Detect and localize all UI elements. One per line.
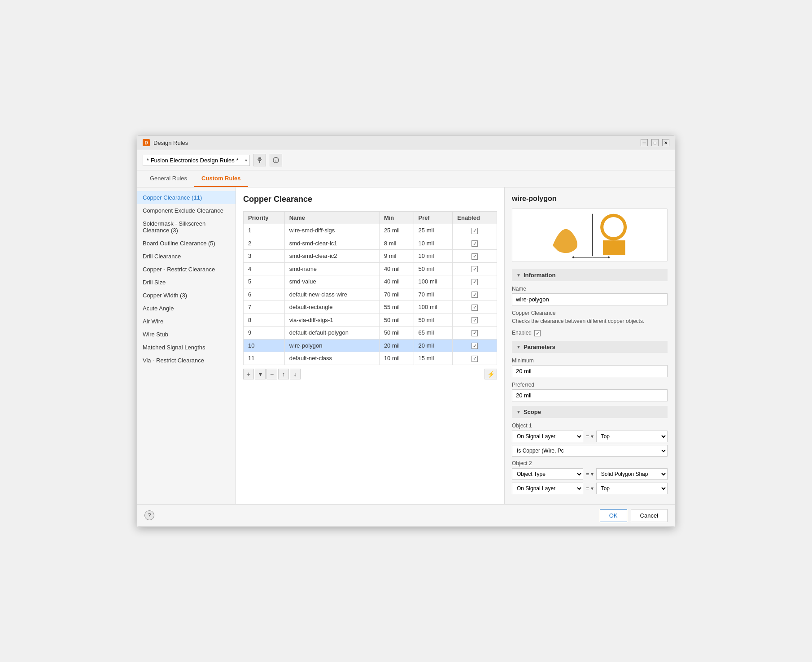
table-row[interactable]: 7default-rectangle55 mil100 mil <box>244 301 497 314</box>
cell-enabled <box>453 314 497 327</box>
cell-pref: 70 mil <box>414 288 453 301</box>
info-button[interactable]: i <box>270 154 282 166</box>
cell-name: smd-name <box>284 262 379 275</box>
ok-button[interactable]: OK <box>600 509 627 522</box>
tabs-bar: General Rules Custom Rules <box>137 170 675 187</box>
cell-name: smd-value <box>284 275 379 288</box>
maximize-button[interactable]: □ <box>651 139 659 146</box>
table-row[interactable]: 10wire-polygon20 mil20 mil <box>244 339 497 352</box>
object2-type-row: Object Type = ▾ Solid Polygon Shap <box>512 468 668 480</box>
name-input[interactable] <box>512 293 668 305</box>
table-toolbar: + ▾ − ↑ ↓ ⚡ <box>243 369 497 379</box>
table-row[interactable]: 3smd-smd-clear-ic29 mil10 mil <box>244 250 497 263</box>
table-row[interactable]: 11default-net-class10 mil15 mil <box>244 352 497 365</box>
sidebar-item-component-exclude[interactable]: Component Exclude Clearance <box>137 204 236 217</box>
minimize-button[interactable]: ─ <box>641 139 648 146</box>
svg-rect-7 <box>603 240 625 255</box>
info-section-header: ▼ Information <box>512 269 668 281</box>
enabled-row-checkbox[interactable] <box>471 305 478 311</box>
sidebar-item-copper-width[interactable]: Copper Width (3) <box>137 289 236 302</box>
sidebar-item-drill-size[interactable]: Drill Size <box>137 276 236 289</box>
tab-custom-rules[interactable]: Custom Rules <box>194 170 248 187</box>
name-field-group: Name <box>512 286 668 305</box>
sidebar-item-wire-stub[interactable]: Wire Stub <box>137 328 236 341</box>
object1-layer-dropdown[interactable]: On Signal Layer <box>512 431 583 442</box>
enabled-checkbox[interactable] <box>534 330 541 336</box>
cell-name: smd-smd-clear-ic1 <box>284 237 379 250</box>
object1-layerside-dropdown[interactable]: Top <box>596 431 668 442</box>
enabled-row-checkbox[interactable] <box>471 240 478 247</box>
enabled-row-checkbox[interactable] <box>471 266 478 272</box>
preferred-input[interactable] <box>512 389 668 401</box>
cell-pref: 50 mil <box>414 314 453 327</box>
cell-enabled <box>453 262 497 275</box>
enabled-row-checkbox[interactable] <box>471 343 478 349</box>
sidebar-item-acute-angle[interactable]: Acute Angle <box>137 302 236 315</box>
sidebar-item-board-outline[interactable]: Board Outline Clearance (5) <box>137 237 236 250</box>
cell-enabled <box>453 237 497 250</box>
object2-layerside-dropdown[interactable]: Top <box>596 483 668 494</box>
table-row[interactable]: 5smd-value40 mil100 mil <box>244 275 497 288</box>
svg-rect-2 <box>258 159 262 160</box>
enabled-row-checkbox[interactable] <box>471 356 478 362</box>
dialog-title: Design Rules <box>153 139 188 146</box>
object2-layer-dropdown[interactable]: On Signal Layer <box>512 483 583 494</box>
col-min: Min <box>379 212 414 224</box>
pin-button[interactable] <box>253 154 266 166</box>
lightning-button[interactable]: ⚡ <box>485 369 497 379</box>
table-row[interactable]: 6default-new-class-wire70 mil70 mil <box>244 288 497 301</box>
sidebar-item-matched-signal[interactable]: Matched Signal Lengths <box>137 341 236 354</box>
enabled-row-checkbox[interactable] <box>471 253 478 260</box>
rule-diagram <box>512 208 668 262</box>
cell-enabled <box>453 224 497 237</box>
close-button[interactable]: ✕ <box>662 139 669 146</box>
sidebar-item-drill-clearance[interactable]: Drill Clearance <box>137 250 236 263</box>
title-bar-controls: ─ □ ✕ <box>641 139 669 146</box>
enabled-row-checkbox[interactable] <box>471 228 478 234</box>
bottom-bar: ? OK Cancel <box>137 504 675 527</box>
enabled-row-checkbox[interactable] <box>471 279 478 285</box>
object2-label: Object 2 <box>512 460 668 466</box>
svg-rect-1 <box>259 161 260 163</box>
cell-pref: 10 mil <box>414 250 453 263</box>
table-row[interactable]: 8via-via-diff-sigs-150 mil50 mil <box>244 314 497 327</box>
object2-type-dropdown[interactable]: Object Type <box>512 468 583 480</box>
section-title: Copper Clearance <box>243 195 497 204</box>
table-row[interactable]: 2smd-smd-clear-ic18 mil10 mil <box>244 237 497 250</box>
add-rule-button[interactable]: + <box>243 369 254 379</box>
cell-priority: 7 <box>244 301 285 314</box>
cell-priority: 2 <box>244 237 285 250</box>
add-dropdown-button[interactable]: ▾ <box>255 369 266 379</box>
cell-priority: 10 <box>244 339 285 352</box>
rules-dropdown-wrapper: * Fusion Electronics Design Rules * ▾ <box>143 155 250 166</box>
description-text: Checks the clearance between different c… <box>512 318 668 325</box>
remove-rule-button[interactable]: − <box>266 369 277 379</box>
help-button[interactable]: ? <box>144 510 154 520</box>
sidebar-item-air-wire[interactable]: Air Wire <box>137 315 236 328</box>
enabled-row-checkbox[interactable] <box>471 292 478 298</box>
tab-general-rules[interactable]: General Rules <box>143 170 194 187</box>
info-icon: i <box>273 157 279 163</box>
sidebar-item-soldermask[interactable]: Soldermask - Silkscreen Clearance (3) <box>137 217 236 237</box>
object2-shape-dropdown[interactable]: Solid Polygon Shap <box>596 468 668 480</box>
cell-min: 20 mil <box>379 339 414 352</box>
design-rules-dialog: D Design Rules ─ □ ✕ * Fusion Electronic… <box>137 135 675 527</box>
sidebar-item-copper-restrict[interactable]: Copper - Restrict Clearance <box>137 263 236 276</box>
move-down-button[interactable]: ↓ <box>290 369 301 379</box>
enabled-row-checkbox[interactable] <box>471 330 478 336</box>
sidebar-item-via-restrict[interactable]: Via - Restrict Clearance <box>137 354 236 367</box>
sidebar-item-copper-clearance[interactable]: Copper Clearance (11) <box>137 191 236 204</box>
params-collapse-icon: ▼ <box>516 344 521 349</box>
table-row[interactable]: 1wire-smd-diff-sigs25 mil25 mil <box>244 224 497 237</box>
minimum-input[interactable] <box>512 365 668 377</box>
enabled-row-checkbox[interactable] <box>471 317 478 323</box>
table-row[interactable]: 4smd-name40 mil50 mil <box>244 262 497 275</box>
cancel-button[interactable]: Cancel <box>631 509 668 522</box>
object1-type-dropdown[interactable]: Is Copper (Wire, Pc <box>512 445 668 457</box>
svg-point-6 <box>602 215 625 239</box>
rules-dropdown[interactable]: * Fusion Electronics Design Rules * <box>143 155 250 166</box>
cell-priority: 6 <box>244 288 285 301</box>
table-row[interactable]: 9default-default-polygon50 mil65 mil <box>244 327 497 340</box>
cell-enabled <box>453 327 497 340</box>
move-up-button[interactable]: ↑ <box>278 369 289 379</box>
